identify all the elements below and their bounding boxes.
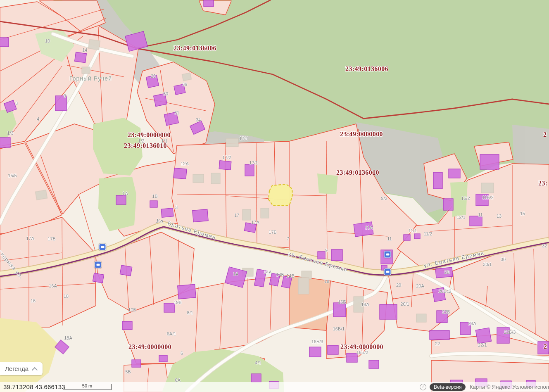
map-canvas[interactable]	[0, 0, 549, 392]
legend-button[interactable]: Легенда	[0, 362, 43, 375]
status-bar: 39.713208 43.666133 50 m i Beta-версия К…	[0, 382, 549, 392]
selected-parcel[interactable]	[269, 184, 292, 206]
transit-stop-icon[interactable]	[95, 261, 102, 268]
bus-glyph	[101, 246, 104, 248]
chevron-up-icon	[32, 367, 38, 373]
info-icon[interactable]: i	[420, 384, 426, 390]
coordinates-readout: 39.713208 43.666133	[3, 383, 65, 390]
terms-link[interactable]: Условия использ	[512, 384, 549, 390]
maps-copyright[interactable]: Карты © Яндекс	[470, 384, 510, 390]
transit-stop-icon[interactable]	[384, 268, 391, 276]
map-viewport: 23:49:013600623:49:013600623:49:00000002…	[0, 0, 549, 392]
legend-label: Легенда	[5, 365, 29, 372]
bus-glyph	[96, 264, 100, 266]
scale-label: 50 m	[82, 384, 92, 388]
transit-stop-icon[interactable]	[99, 244, 106, 251]
bus-glyph	[386, 271, 389, 273]
beta-badge: Beta-версия	[430, 383, 466, 391]
scale-bar: 50 m	[63, 384, 112, 390]
transit-stop-icon[interactable]	[384, 251, 391, 258]
bus-glyph	[386, 254, 389, 256]
